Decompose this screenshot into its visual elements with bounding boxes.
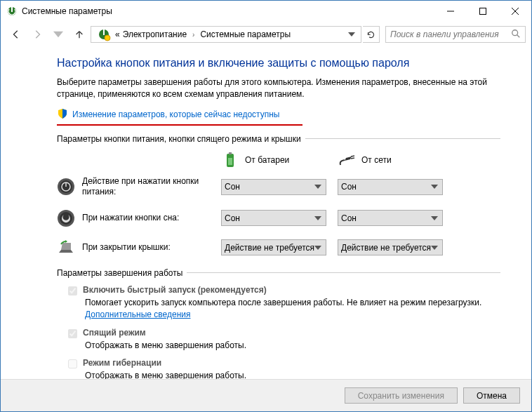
section-shutdown-header: Параметры завершения работы (57, 268, 500, 278)
more-info-link[interactable]: Дополнительные сведения (85, 310, 190, 319)
section-shutdown-label: Параметры завершения работы (57, 268, 182, 278)
svg-point-21 (60, 212, 72, 225)
row-lid: При закрытии крышки: Действие не требует… (57, 239, 500, 257)
close-button[interactable] (499, 1, 531, 22)
search-icon (511, 29, 521, 41)
hibernate-label: Режим гибернации (83, 358, 161, 368)
footer-bar: Сохранить изменения Отмена (1, 379, 531, 411)
shield-icon (57, 108, 68, 121)
hibernate-desc: Отображать в меню завершения работы. (85, 370, 500, 379)
row-sleep-button: При нажатии кнопки сна: Сон Сон (57, 209, 500, 227)
maximize-button[interactable] (467, 1, 499, 22)
battery-icon (221, 151, 239, 169)
power-ac-select[interactable]: Сон (338, 179, 443, 195)
fast-startup-desc: Помогает ускорить запуск компьютера посл… (85, 297, 500, 321)
column-headers: От батареи От сети (221, 151, 500, 169)
breadcrumb-item-power[interactable]: Электропитание (121, 29, 188, 39)
hibernate-checkbox[interactable] (68, 359, 77, 368)
fast-startup-checkbox[interactable] (68, 286, 77, 295)
power-battery-select[interactable]: Сон (221, 179, 326, 195)
plug-icon (338, 151, 356, 169)
breadcrumb[interactable]: « Электропитание › Системные параметры (91, 26, 361, 43)
sleep-checkbox[interactable] (68, 329, 77, 338)
svg-rect-7 (103, 29, 105, 35)
hibernate-checkbox-row: Режим гибернации (68, 358, 500, 368)
sleep-checkbox-row: Спящий режим (68, 328, 500, 338)
sleep-checkbox-label: Спящий режим (83, 328, 146, 338)
red-underline (57, 124, 302, 126)
row-sleep-label: При нажатии кнопки сна: (82, 213, 221, 224)
svg-line-15 (351, 158, 354, 159)
recent-dropdown[interactable] (48, 25, 68, 44)
row-power-button: Действие при нажатии кнопки питания: Сон… (57, 176, 500, 198)
row-power-label: Действие при нажатии кнопки питания: (82, 176, 221, 198)
row-lid-label: При закрытии крышки: (82, 242, 221, 253)
lid-icon (57, 239, 75, 257)
lid-battery-select[interactable]: Действие не требуется (221, 239, 326, 255)
back-button[interactable] (6, 25, 26, 44)
svg-point-9 (512, 29, 518, 35)
refresh-button[interactable] (363, 26, 380, 43)
content-area: Настройка кнопок питания и включение защ… (1, 47, 531, 379)
title-bar: Системные параметры (1, 1, 531, 22)
svg-line-10 (517, 34, 520, 37)
fast-startup-label: Включить быстрый запуск (рекомендуется) (83, 285, 267, 295)
sleep-checkbox-desc: Отображать в меню завершения работы. (85, 340, 500, 352)
cancel-button[interactable]: Отмена (463, 387, 520, 404)
lid-ac-select[interactable]: Действие не требуется (338, 239, 443, 255)
power-icon (97, 27, 111, 41)
svg-rect-12 (229, 152, 232, 154)
chevron-right-icon: › (192, 31, 194, 39)
svg-rect-3 (480, 8, 486, 15)
change-unavailable-link[interactable]: Изменение параметров, которые сейчас нед… (57, 108, 500, 121)
sleep-ac-select[interactable]: Сон (338, 210, 443, 226)
page-heading: Настройка кнопок питания и включение защ… (57, 57, 500, 69)
svg-point-8 (105, 35, 110, 41)
column-ac-label: От сети (361, 155, 392, 165)
page-description: Выберите параметры завершения работы для… (57, 77, 500, 101)
power-button-icon (57, 178, 75, 196)
svg-line-14 (351, 156, 354, 157)
up-button[interactable] (69, 25, 89, 44)
svg-rect-13 (228, 158, 232, 165)
column-battery-label: От батареи (245, 155, 289, 165)
svg-rect-1 (11, 7, 13, 12)
save-button[interactable]: Сохранить изменения (345, 387, 458, 404)
section-buttons-label: Параметры кнопки питания, кнопки спящего… (57, 134, 301, 144)
search-box[interactable] (385, 26, 526, 43)
window-title: Системные параметры (22, 6, 434, 16)
breadcrumb-prefix: « (114, 29, 121, 39)
sleep-button-icon (57, 209, 75, 227)
forward-button[interactable] (27, 25, 47, 44)
section-buttons-header: Параметры кнопки питания, кнопки спящего… (57, 134, 500, 144)
breadcrumb-item-system[interactable]: Системные параметры (199, 29, 292, 39)
sleep-battery-select[interactable]: Сон (221, 210, 326, 226)
nav-bar: « Электропитание › Системные параметры (1, 22, 531, 47)
app-icon (6, 6, 18, 17)
search-input[interactable] (390, 29, 511, 39)
fast-startup-checkbox-row: Включить быстрый запуск (рекомендуется) (68, 285, 500, 295)
breadcrumb-expand[interactable] (344, 32, 359, 36)
shield-link-text: Изменение параметров, которые сейчас нед… (72, 109, 280, 119)
minimize-button[interactable] (434, 1, 467, 22)
